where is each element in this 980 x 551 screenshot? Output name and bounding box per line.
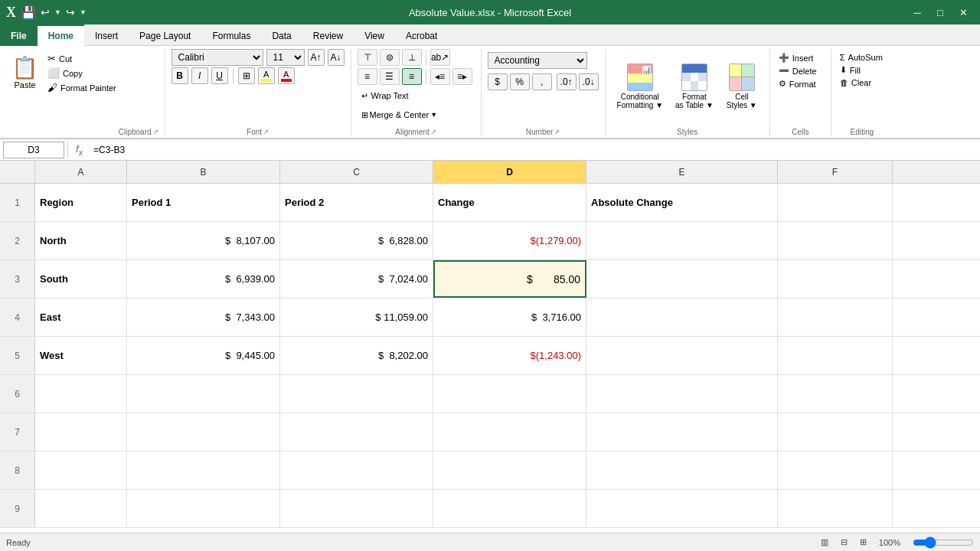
underline-btn[interactable]: U	[211, 67, 228, 84]
cell-D8[interactable]	[433, 452, 586, 489]
page-layout-view-btn[interactable]: ⊟	[841, 537, 848, 547]
column-header-A[interactable]: A	[35, 161, 127, 183]
cell-A7[interactable]	[35, 413, 127, 451]
orientation-btn[interactable]: ab↗	[430, 49, 450, 66]
cell-C4[interactable]: $ 11,059.00	[280, 298, 433, 336]
cell-F8[interactable]	[778, 452, 893, 489]
comma-format-btn[interactable]: ,	[532, 73, 552, 90]
cell-A4[interactable]: East	[35, 298, 127, 336]
page-break-view-btn[interactable]: ⊞	[860, 537, 867, 547]
fill-color-btn[interactable]: A	[258, 67, 275, 84]
font-grow-btn[interactable]: A↑	[308, 49, 325, 66]
wrap-text-btn[interactable]: ↵ Wrap Text	[358, 87, 413, 104]
cell-B4[interactable]: $ 7,343.00	[127, 298, 280, 336]
cell-E1[interactable]: Absolute Change	[586, 184, 778, 221]
tab-data[interactable]: Data	[261, 24, 302, 46]
column-header-E[interactable]: E	[586, 161, 778, 183]
cell-D6[interactable]	[433, 375, 586, 412]
accounting-format-btn[interactable]: $	[488, 73, 508, 90]
fill-btn[interactable]: ⬇ Fill	[838, 64, 887, 76]
tab-formulas[interactable]: Formulas	[201, 24, 261, 46]
align-left-btn[interactable]: ≡	[358, 68, 377, 85]
copy-button[interactable]: ⬜ Copy	[45, 67, 119, 80]
cell-E8[interactable]	[586, 452, 778, 489]
cell-D2[interactable]: $(1,279.00)	[433, 222, 586, 259]
save-quick-btn[interactable]: 💾	[21, 5, 36, 20]
tab-page-layout[interactable]: Page Layout	[129, 24, 201, 46]
cell-A8[interactable]	[35, 452, 127, 489]
column-header-D[interactable]: D	[433, 161, 586, 183]
row-num-8[interactable]: 8	[0, 452, 35, 489]
cell-F1[interactable]	[778, 184, 893, 221]
font-shrink-btn[interactable]: A↓	[328, 49, 345, 66]
number-expand-icon[interactable]: ↗	[554, 129, 560, 135]
indent-increase-btn[interactable]: ≡▸	[452, 68, 472, 85]
cell-E9[interactable]	[586, 490, 778, 527]
cell-D9[interactable]	[433, 490, 586, 527]
cell-C7[interactable]	[280, 413, 433, 451]
cell-E2[interactable]	[586, 222, 778, 259]
paste-button[interactable]: 📋 Paste	[6, 51, 44, 96]
normal-view-btn[interactable]: ▥	[821, 537, 828, 547]
cell-C6[interactable]	[280, 375, 433, 412]
font-size-select[interactable]: 11 89101214	[266, 49, 305, 66]
insert-cells-btn[interactable]: ➕ Insert	[776, 52, 825, 64]
undo-quick-btn[interactable]: ↩	[41, 6, 50, 18]
cell-E5[interactable]	[586, 337, 778, 374]
cell-F2[interactable]	[778, 222, 893, 259]
cell-C5[interactable]: $ 8,202.00	[280, 337, 433, 374]
borders-btn[interactable]: ⊞	[238, 67, 255, 84]
italic-btn[interactable]: I	[191, 67, 208, 84]
cell-styles-btn[interactable]: CellStyles ▼	[720, 49, 763, 123]
row-num-6[interactable]: 6	[0, 375, 35, 412]
cell-F7[interactable]	[778, 413, 893, 451]
row-num-3[interactable]: 3	[0, 260, 35, 298]
font-color-btn[interactable]: A	[278, 67, 295, 84]
align-top-btn[interactable]: ⊤	[358, 49, 377, 66]
merge-center-btn[interactable]: ⊞ Merge & Center ▼	[358, 106, 442, 123]
cell-E6[interactable]	[586, 375, 778, 412]
column-header-B[interactable]: B	[127, 161, 280, 183]
row-num-4[interactable]: 4	[0, 298, 35, 336]
cell-A1[interactable]: Region	[35, 184, 127, 221]
cell-A3[interactable]: South	[35, 260, 127, 298]
delete-cells-btn[interactable]: ➖ Delete	[776, 65, 825, 77]
align-center-btn[interactable]: ☰	[380, 68, 400, 85]
cell-C1[interactable]: Period 2	[280, 184, 433, 221]
column-header-C[interactable]: C	[280, 161, 433, 183]
row-num-7[interactable]: 7	[0, 413, 35, 451]
column-header-F[interactable]: F	[778, 161, 893, 183]
tab-insert[interactable]: Insert	[84, 24, 129, 46]
cell-A2[interactable]: North	[35, 222, 127, 259]
cell-E4[interactable]	[586, 298, 778, 336]
cell-C3[interactable]: $ 7,024.00	[280, 260, 433, 298]
cell-D5[interactable]: $(1,243.00)	[433, 337, 586, 374]
undo-dropdown-btn[interactable]: ▼	[54, 8, 61, 16]
cell-F6[interactable]	[778, 375, 893, 412]
alignment-expand-icon[interactable]: ↗	[431, 129, 436, 135]
close-btn[interactable]: ✕	[952, 5, 974, 20]
tab-file[interactable]: File	[0, 24, 38, 46]
maximize-btn[interactable]: □	[929, 5, 951, 20]
tab-view[interactable]: View	[354, 24, 395, 46]
cell-B1[interactable]: Period 1	[127, 184, 280, 221]
font-name-select[interactable]: Calibri Arial Times New Roman	[172, 49, 263, 66]
cell-reference-box[interactable]: D3	[3, 142, 64, 158]
row-num-1[interactable]: 1	[0, 184, 35, 221]
cell-B3[interactable]: $ 6,939.00	[127, 260, 280, 298]
number-format-select[interactable]: Accounting General Number Currency Short…	[488, 52, 587, 69]
increase-decimal-btn[interactable]: .0↑	[557, 73, 577, 90]
formula-input[interactable]: =C3-B3	[90, 142, 977, 158]
minimize-btn[interactable]: ─	[906, 5, 928, 20]
clipboard-expand-icon[interactable]: ↗	[153, 129, 158, 135]
align-middle-btn[interactable]: ⊜	[380, 49, 400, 66]
decrease-decimal-btn[interactable]: .0↓	[579, 73, 599, 90]
cell-F3[interactable]	[778, 260, 893, 298]
percent-format-btn[interactable]: %	[510, 73, 530, 90]
cell-D4[interactable]: $ 3,716.00	[433, 298, 586, 336]
align-bottom-btn[interactable]: ⊥	[402, 49, 422, 66]
cut-button[interactable]: ✂ Cut	[45, 52, 119, 65]
cell-B8[interactable]	[127, 452, 280, 489]
tab-home[interactable]: Home	[38, 24, 84, 46]
format-painter-button[interactable]: 🖌 Format Painter	[45, 81, 119, 94]
